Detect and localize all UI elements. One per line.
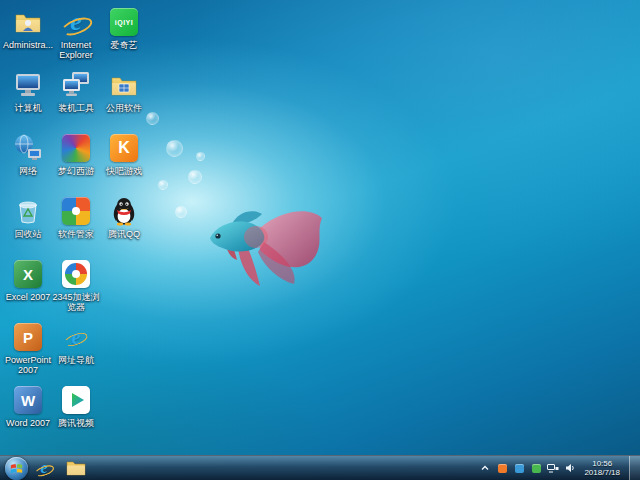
taskbar-clock[interactable]: 10:56 2018/7/18 [584, 459, 620, 477]
icon-label: 计算机 [15, 103, 42, 113]
desktop-icon-recycle-bin[interactable]: 回收站 [3, 195, 53, 258]
tray-hidden-icons-chevron[interactable] [479, 462, 491, 474]
desktop-icon-word-2007[interactable]: W Word 2007 [3, 384, 53, 447]
desktop-icon-iqiyi[interactable]: iQIYI 爱奇艺 [99, 6, 149, 69]
desktop-icon-software-manager[interactable]: 软件管家 [51, 195, 101, 258]
desktop-icon-k-game[interactable]: K 快吧游戏 [99, 132, 149, 195]
taskbar: e [0, 455, 640, 480]
desktop-icon-grid: Administra... 计算机 [4, 6, 148, 447]
tray-network-icon[interactable] [547, 462, 559, 474]
icon-label: 腾讯QQ [108, 229, 140, 239]
desktop-icon-excel-2007[interactable]: X Excel 2007 [3, 258, 53, 321]
bubble-decoration [188, 170, 202, 184]
icon-label: 快吧游戏 [106, 166, 142, 176]
icon-label: Internet Explorer [51, 40, 101, 60]
dual-monitors-icon [60, 69, 92, 101]
k-game-glyph: K [118, 139, 130, 157]
qq-penguin-icon [108, 195, 140, 227]
tray-volume-icon[interactable] [564, 462, 576, 474]
tray-app-icon-blue[interactable] [513, 462, 525, 474]
icon-label: PowerPoint 2007 [3, 355, 53, 375]
bubble-decoration [158, 180, 168, 190]
apps-folder-icon [108, 69, 140, 101]
desktop-icon-administrator[interactable]: Administra... [3, 6, 53, 69]
windows-flag-icon [9, 461, 24, 476]
clock-time: 10:56 [584, 459, 620, 468]
desktop-icon-2345-browser[interactable]: 2345加速浏览器 [51, 258, 101, 321]
icon-label: 软件管家 [58, 229, 94, 239]
iqiyi-icon: iQIYI [108, 6, 140, 38]
web-navigation-icon: e [60, 321, 92, 353]
powerpoint-glyph: P [23, 329, 33, 346]
tencent-video-icon [60, 384, 92, 416]
powerpoint-icon: P [12, 321, 44, 353]
folder-icon [66, 460, 86, 476]
desktop-icon-game[interactable]: 梦幻西游 [51, 132, 101, 195]
excel-glyph: X [23, 266, 33, 283]
2345-browser-icon [60, 258, 92, 290]
computer-icon [12, 69, 44, 101]
internet-explorer-icon: e [60, 6, 92, 38]
k-game-icon: K [108, 132, 140, 164]
icon-label: Excel 2007 [6, 292, 51, 302]
betta-fish-wallpaper [202, 192, 334, 294]
user-folder-icon [12, 6, 44, 38]
icon-label: 梦幻西游 [58, 166, 94, 176]
excel-icon: X [12, 258, 44, 290]
desktop-icon-internet-explorer[interactable]: e Internet Explorer [51, 6, 101, 69]
icon-label: 腾讯视频 [58, 418, 94, 428]
desktop-icon-apps-folder[interactable]: 公用软件 [99, 69, 149, 132]
desktop-icon-computer[interactable]: 计算机 [3, 69, 53, 132]
icon-label: Administra... [3, 40, 53, 50]
show-desktop-button[interactable] [629, 456, 640, 480]
desktop-icon-tencent-video[interactable]: 腾讯视频 [51, 384, 101, 447]
software-manager-icon [60, 195, 92, 227]
bubble-decoration [175, 206, 187, 218]
desktop-surface[interactable]: Administra... 计算机 [0, 0, 640, 480]
bubble-decoration [196, 152, 205, 161]
icon-label: 装机工具 [58, 103, 94, 113]
desktop-icon-powerpoint-2007[interactable]: P PowerPoint 2007 [3, 321, 53, 384]
taskbar-explorer-button[interactable] [60, 457, 92, 480]
desktop-icon-setup-tools[interactable]: 装机工具 [51, 69, 101, 132]
desktop-icon-qq[interactable]: 腾讯QQ [99, 195, 149, 258]
icon-label: 公用软件 [106, 103, 142, 113]
desktop-icon-network[interactable]: 网络 [3, 132, 53, 195]
bubble-decoration [166, 140, 183, 157]
recycle-bin-icon [12, 195, 44, 227]
icon-label: Word 2007 [6, 418, 50, 428]
desktop-icon-web-navigation[interactable]: e 网址导航 [51, 321, 101, 384]
colorful-game-icon [60, 132, 92, 164]
ie-taskbar-icon: e [34, 458, 54, 478]
word-icon: W [12, 384, 44, 416]
clock-date: 2018/7/18 [584, 468, 620, 477]
start-button[interactable] [5, 457, 28, 480]
icon-label: 网址导航 [58, 355, 94, 365]
system-tray: 10:56 2018/7/18 [479, 456, 640, 480]
tray-security-icon[interactable] [530, 462, 542, 474]
icon-label: 网络 [19, 166, 37, 176]
icon-label: 爱奇艺 [111, 40, 138, 50]
word-glyph: W [21, 392, 35, 409]
tray-app-icon-orange[interactable] [496, 462, 508, 474]
network-globe-icon [12, 132, 44, 164]
icon-label: 回收站 [15, 229, 42, 239]
taskbar-ie-button[interactable]: e [28, 457, 60, 480]
icon-label: 2345加速浏览器 [51, 292, 101, 312]
iqiyi-glyph: iQIYI [115, 19, 133, 26]
